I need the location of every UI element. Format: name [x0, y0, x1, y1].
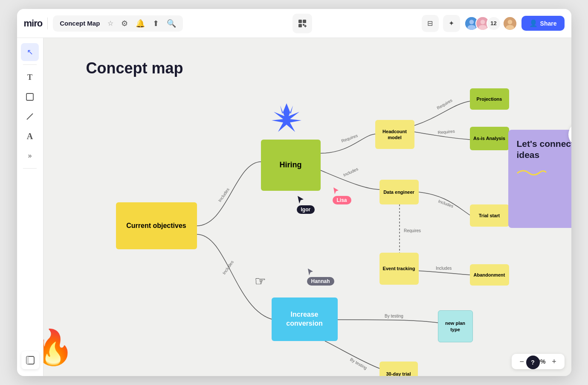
- svg-point-13: [507, 20, 512, 24]
- zoom-in-button[interactable]: +: [549, 356, 559, 367]
- grid-button[interactable]: [293, 14, 312, 33]
- collaborators-avatars: 12: [464, 16, 517, 31]
- svg-text:Requires: Requires: [437, 129, 455, 135]
- svg-text:Includes: Includes: [221, 260, 234, 275]
- canvas[interactable]: Concept map Includes Includes Requires I…: [43, 38, 571, 376]
- text-tool[interactable]: T: [21, 68, 39, 86]
- node-abandonment[interactable]: Abandonment: [470, 264, 509, 286]
- zoom-out-button[interactable]: −: [517, 356, 527, 367]
- bottom-panel: [21, 351, 39, 369]
- miro-logo: miro: [24, 18, 43, 29]
- svg-text:Requires: Requires: [436, 98, 453, 111]
- event-tracking-label: Event tracking: [383, 265, 415, 271]
- help-button[interactable]: ?: [526, 356, 540, 369]
- share-up-icon[interactable]: ⬆: [153, 19, 159, 28]
- header-divider: [47, 18, 48, 29]
- svg-text:Includes: Includes: [342, 166, 359, 178]
- abandonment-label: Abandonment: [474, 272, 505, 278]
- current-objectives-label: Current objectives: [126, 222, 186, 230]
- settings-icon[interactable]: ⚙: [121, 19, 128, 28]
- igor-tag: Igor: [297, 205, 315, 214]
- svg-line-16: [27, 114, 33, 120]
- svg-rect-1: [303, 20, 306, 23]
- toolbar-separator-1: [23, 64, 37, 65]
- app-window: miro Concept Map ☆ ⚙ 🔔 ⬆ 🔍: [17, 9, 571, 376]
- star-icon[interactable]: ☆: [107, 19, 113, 27]
- header-left: miro Concept Map ☆ ⚙ 🔔 ⬆ 🔍: [24, 15, 183, 32]
- hannah-tag: Hannah: [307, 277, 334, 286]
- trial-30-label: 30-day trial: [386, 371, 411, 376]
- notification-icon[interactable]: 🔔: [136, 19, 145, 28]
- node-headcount[interactable]: Headcount model: [375, 120, 414, 149]
- help-label: ?: [531, 359, 535, 366]
- header-board-info: Concept Map ☆ ⚙ 🔔 ⬆ 🔍: [53, 15, 183, 32]
- lisa-tag: Lisa: [333, 196, 351, 204]
- share-icon: 👤: [529, 19, 538, 27]
- svg-rect-15: [26, 93, 33, 100]
- lisa-cursor: Lisa: [333, 187, 351, 204]
- more-tools[interactable]: »: [21, 147, 39, 165]
- svg-rect-2: [298, 24, 302, 27]
- shape-tool[interactable]: A: [21, 127, 39, 145]
- header-center: [190, 14, 414, 33]
- svg-text:Includes: Includes: [436, 266, 452, 271]
- trial-start-label: Trial start: [479, 213, 500, 219]
- increase-conversion-label: Increase conversion: [274, 310, 335, 328]
- panel-toggle-button[interactable]: [21, 351, 39, 369]
- fire-sticker: 🔥: [43, 327, 74, 368]
- headcount-label: Headcount model: [378, 128, 412, 141]
- cursor-mode-button[interactable]: ✦: [443, 15, 460, 32]
- share-label: Share: [540, 20, 557, 27]
- connect-ideas-note[interactable]: Let's connect ideas 👋: [508, 130, 571, 228]
- new-plan-label: new plan type: [441, 320, 470, 332]
- avatar-self: [503, 16, 517, 31]
- hannah-cursor: Hannah: [307, 268, 334, 286]
- igor-cursor: Igor: [297, 195, 315, 214]
- node-projections[interactable]: Projections: [470, 88, 509, 110]
- svg-rect-29: [26, 356, 29, 364]
- svg-text:By testing: By testing: [385, 314, 403, 318]
- svg-text:Requires: Requires: [404, 228, 421, 233]
- squiggle-decoration: [517, 168, 571, 177]
- avatar-count: 12: [487, 16, 501, 31]
- node-as-is[interactable]: As-is Analysis: [470, 127, 509, 150]
- svg-point-10: [480, 20, 485, 24]
- projections-label: Projections: [477, 96, 502, 102]
- hand-pointer-cursor: ☞: [255, 274, 266, 289]
- cursor-tool[interactable]: ↖: [21, 43, 39, 61]
- svg-text:By testing: By testing: [349, 357, 368, 370]
- node-30-day-trial[interactable]: 30-day trial: [379, 362, 418, 376]
- board-name: Concept Map: [60, 20, 100, 27]
- filter-button[interactable]: ⊟: [422, 15, 439, 32]
- svg-point-8: [467, 25, 475, 30]
- node-event-tracking[interactable]: Event tracking: [379, 253, 419, 285]
- svg-rect-0: [298, 20, 302, 23]
- svg-point-14: [506, 25, 514, 30]
- left-toolbar: ↖ T A » ↩: [17, 38, 43, 376]
- blue-star-decoration: [269, 101, 304, 137]
- svg-point-7: [469, 20, 474, 24]
- svg-text:Includes: Includes: [437, 199, 454, 209]
- header: miro Concept Map ☆ ⚙ 🔔 ⬆ 🔍: [17, 9, 571, 38]
- search-icon[interactable]: 🔍: [167, 19, 176, 28]
- node-new-plan[interactable]: new plan type: [438, 310, 473, 342]
- data-engineer-label: Data engineer: [383, 189, 414, 195]
- node-data-engineer[interactable]: Data engineer: [379, 180, 419, 204]
- line-tool[interactable]: [21, 108, 39, 125]
- node-increase-conversion[interactable]: Increase conversion: [272, 298, 338, 341]
- svg-text:Requires: Requires: [340, 133, 358, 143]
- svg-point-11: [478, 25, 487, 30]
- connect-ideas-text: Let's connect ideas: [517, 138, 571, 161]
- node-current-objectives[interactable]: Current objectives: [116, 202, 197, 249]
- share-button[interactable]: 👤 Share: [521, 16, 565, 31]
- hiring-label: Hiring: [280, 160, 302, 170]
- main-area: ↖ T A » ↩ Concept map: [17, 38, 571, 376]
- map-title: Concept map: [86, 59, 183, 77]
- node-hiring[interactable]: Hiring: [261, 140, 321, 191]
- svg-text:Includes: Includes: [217, 187, 230, 203]
- header-right: ⊟ ✦ 12: [422, 15, 565, 32]
- toolbar-separator-2: [23, 168, 37, 169]
- note-tool[interactable]: [21, 88, 39, 106]
- node-trial-start[interactable]: Trial start: [470, 204, 509, 227]
- as-is-label: As-is Analysis: [473, 135, 505, 141]
